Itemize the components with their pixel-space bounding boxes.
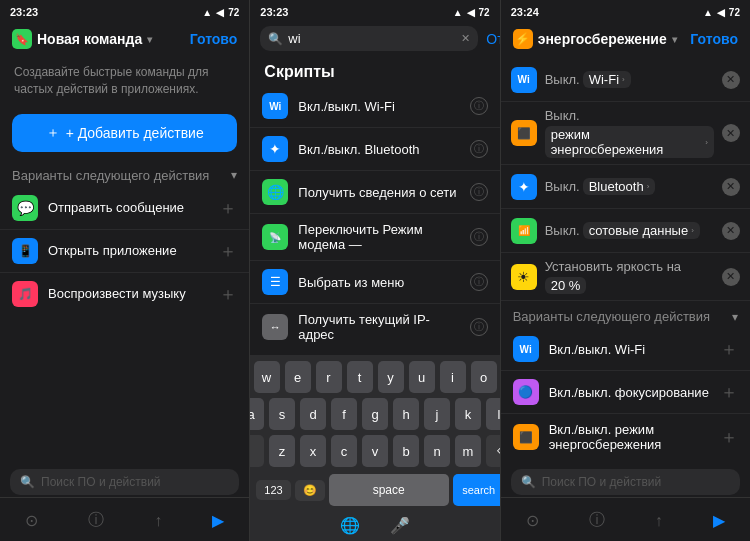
action-item-0[interactable]: Wi Выкл. Wi-Fi › ✕ — [501, 58, 750, 102]
key-space[interactable]: space — [329, 474, 449, 506]
result-icon-3: 📡 — [262, 224, 288, 250]
action-item-4[interactable]: ☀ Установить яркость на 20 % ✕ — [501, 253, 750, 301]
key-emoji[interactable]: 😊 — [295, 480, 325, 501]
key-c[interactable]: c — [331, 435, 357, 467]
tab-share-3[interactable]: ↑ — [655, 512, 663, 530]
variants-chevron-3: ▾ — [732, 310, 738, 324]
tab-info-3[interactable]: ⓘ — [589, 510, 605, 531]
add-icon-3-2[interactable]: ＋ — [720, 425, 738, 449]
info-icon-4[interactable]: ⓘ — [470, 273, 488, 291]
key-search[interactable]: search — [453, 474, 500, 506]
key-l[interactable]: l — [486, 398, 500, 430]
app-icon-3: ⚡ — [513, 29, 533, 49]
remove-action-4[interactable]: ✕ — [722, 268, 740, 286]
done-button-1[interactable]: Готово — [190, 31, 238, 47]
search-box[interactable]: 🔍 ✕ — [260, 26, 478, 51]
key-e[interactable]: e — [285, 361, 311, 393]
clear-icon[interactable]: ✕ — [461, 32, 470, 45]
key-y[interactable]: y — [378, 361, 404, 393]
info-icon-1[interactable]: ⓘ — [470, 140, 488, 158]
bottom-search-1[interactable]: 🔍 Поиск ПО и действий — [10, 469, 239, 495]
action-pill-3[interactable]: сотовые данные › — [583, 222, 700, 239]
cancel-button[interactable]: Отменить — [486, 31, 499, 47]
key-o[interactable]: o — [471, 361, 497, 393]
key-i[interactable]: i — [440, 361, 466, 393]
key-g[interactable]: g — [362, 398, 388, 430]
battery-icon-1: 72 — [228, 7, 239, 18]
remove-action-3[interactable]: ✕ — [722, 222, 740, 240]
delete-key[interactable]: ⌫ — [486, 435, 500, 467]
action-item-1[interactable]: ⬛ Выкл. режим энергосбережения › ✕ — [501, 102, 750, 165]
list-item-1-2[interactable]: 🎵 Воспроизвести музыку ＋ — [0, 273, 249, 315]
key-v[interactable]: v — [362, 435, 388, 467]
key-j[interactable]: j — [424, 398, 450, 430]
result-item-0[interactable]: Wi Вкл./выкл. Wi-Fi ⓘ — [250, 85, 499, 128]
key-r[interactable]: r — [316, 361, 342, 393]
remove-action-0[interactable]: ✕ — [722, 71, 740, 89]
key-h[interactable]: h — [393, 398, 419, 430]
key-k[interactable]: k — [455, 398, 481, 430]
tab-play-3[interactable]: ▶ — [713, 511, 725, 530]
key-n[interactable]: n — [424, 435, 450, 467]
action-item-2[interactable]: ✦ Выкл. Bluetooth › ✕ — [501, 165, 750, 209]
key-b[interactable]: b — [393, 435, 419, 467]
tab-info-1[interactable]: ⓘ — [88, 510, 104, 531]
result-item-2[interactable]: 🌐 Получить сведения о сети ⓘ — [250, 171, 499, 214]
key-s[interactable]: s — [269, 398, 295, 430]
list-item-1-0[interactable]: 💬 Отправить сообщение ＋ — [0, 187, 249, 230]
action-prefix-0: Выкл. — [545, 72, 580, 87]
result-item-5[interactable]: ↔ Получить текущий IP-адрес ⓘ — [250, 304, 499, 350]
action-pill-2[interactable]: Bluetooth › — [583, 178, 656, 195]
list-item-3-0[interactable]: Wi Вкл./выкл. Wi-Fi ＋ — [501, 328, 750, 371]
add-icon-1-1[interactable]: ＋ — [219, 239, 237, 263]
key-a[interactable]: a — [249, 398, 264, 430]
add-icon-1-2[interactable]: ＋ — [219, 282, 237, 306]
key-m[interactable]: m — [455, 435, 481, 467]
globe-icon[interactable]: 🌐 — [340, 516, 360, 535]
battery-icon-3: 72 — [729, 7, 740, 18]
tab-recent-3[interactable]: ⊙ — [526, 511, 539, 530]
key-123[interactable]: 123 — [256, 480, 290, 500]
result-item-4[interactable]: ☰ Выбрать из меню ⓘ — [250, 261, 499, 304]
done-button-3[interactable]: Готово — [690, 31, 738, 47]
keyboard: q w e r t y u i o p a s d f g h j k l ⇧ … — [250, 355, 499, 541]
tab-share-1[interactable]: ↑ — [154, 512, 162, 530]
key-w[interactable]: w — [254, 361, 280, 393]
info-icon-2[interactable]: ⓘ — [470, 183, 488, 201]
action-pill-4[interactable]: 20 % — [545, 277, 587, 294]
action-pill-1[interactable]: режим энергосбережения › — [545, 126, 714, 158]
result-item-3[interactable]: 📡 Переключить Режим модема — ⓘ — [250, 214, 499, 261]
remove-action-2[interactable]: ✕ — [722, 178, 740, 196]
pill-chevron-1: › — [705, 138, 708, 147]
shift-key[interactable]: ⇧ — [249, 435, 264, 467]
status-icons-2: ▲ ◀ 72 — [453, 7, 490, 18]
action-prefix-4: Установить яркость на — [545, 259, 681, 274]
key-x[interactable]: x — [300, 435, 326, 467]
bottom-search-3[interactable]: 🔍 Поиск ПО и действий — [511, 469, 740, 495]
key-z[interactable]: z — [269, 435, 295, 467]
list-item-3-1[interactable]: 🔵 Вкл./выкл. фокусирование ＋ — [501, 371, 750, 414]
key-f[interactable]: f — [331, 398, 357, 430]
add-icon-3-1[interactable]: ＋ — [720, 380, 738, 404]
info-icon-0[interactable]: ⓘ — [470, 97, 488, 115]
add-icon-1-0[interactable]: ＋ — [219, 196, 237, 220]
tab-recent-1[interactable]: ⊙ — [25, 511, 38, 530]
remove-action-1[interactable]: ✕ — [722, 124, 740, 142]
action-content-0: Выкл. Wi-Fi › — [545, 71, 714, 88]
key-t[interactable]: t — [347, 361, 373, 393]
tab-play-1[interactable]: ▶ — [212, 511, 224, 530]
add-icon-3-0[interactable]: ＋ — [720, 337, 738, 361]
action-pill-0[interactable]: Wi-Fi › — [583, 71, 631, 88]
action-item-3[interactable]: 📶 Выкл. сотовые данные › ✕ — [501, 209, 750, 253]
info-icon-3[interactable]: ⓘ — [470, 228, 488, 246]
key-u[interactable]: u — [409, 361, 435, 393]
key-d[interactable]: d — [300, 398, 326, 430]
add-action-button[interactable]: ＋ + Добавить действие — [12, 114, 237, 152]
result-item-1[interactable]: ✦ Вкл./выкл. Bluetooth ⓘ — [250, 128, 499, 171]
actions-list: Wi Выкл. Wi-Fi › ✕ ⬛ Выкл. режим энергос… — [501, 58, 750, 301]
mic-icon[interactable]: 🎤 — [390, 516, 410, 535]
list-item-1-1[interactable]: 📱 Открыть приложение ＋ — [0, 230, 249, 273]
info-icon-5[interactable]: ⓘ — [470, 318, 488, 336]
search-input[interactable] — [288, 31, 456, 46]
list-item-3-2[interactable]: ⬛ Вкл./выкл. режим энергосбережения ＋ — [501, 414, 750, 460]
